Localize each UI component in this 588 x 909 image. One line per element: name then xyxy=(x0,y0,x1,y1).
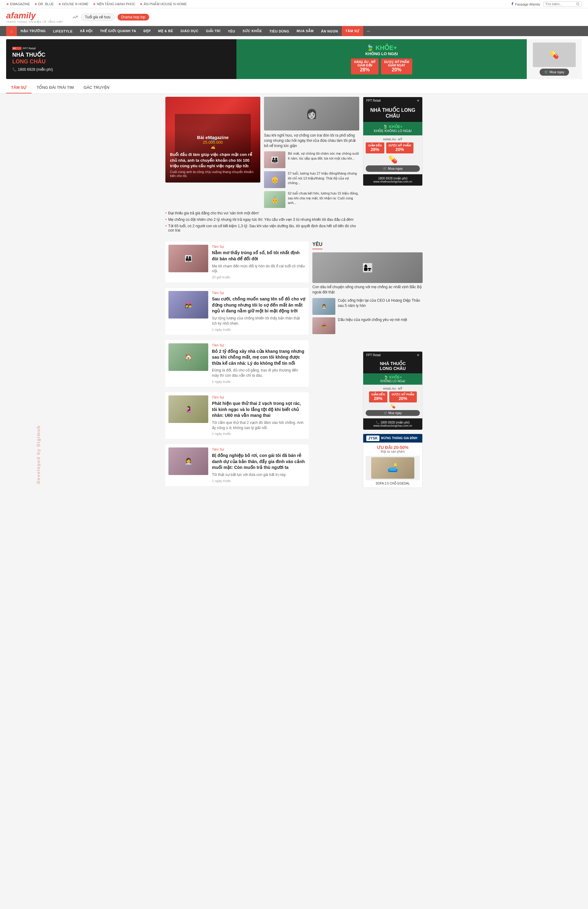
main-content: 👥 Bài eMagazine 25.000.000 ✍ Buổi đầu đi… xyxy=(162,94,426,495)
article-item-3[interactable]: 🤰 Tâm Sự Phát hiện que thử thai 2 vạch t… xyxy=(165,392,309,439)
featured-amount: 25.000.000 xyxy=(170,140,256,145)
yeu-item-1[interactable]: 💑 Dấu hiệu của người chồng yêu vợ mê mệt xyxy=(312,317,423,334)
sub-nav-gac-truyen[interactable]: GÁC TRUYỆN xyxy=(79,82,114,94)
sub-nav-tam-su[interactable]: TÂM SỰ xyxy=(6,82,32,94)
nav-item-the-gioi[interactable]: THẾ GIỚI QUANH TA xyxy=(96,26,140,36)
side-item-2[interactable]: 👵 62 tuổi chưa kết hôn, lương hưu 15 tri… xyxy=(264,191,359,208)
article-title-4: Bị đồng nghiệp bỏ rơi, con gái tôi đã bá… xyxy=(212,453,305,471)
content-left: 👥 Bài eMagazine 25.000.000 ✍ Buổi đầu đi… xyxy=(165,97,359,237)
yeu-main[interactable]: 👩‍👧 Con dâu kể chuyện sống chung với mẹ … xyxy=(312,252,423,295)
jysk-body: ƯU ĐÃI 20-50% Một số sản phẩm 🛋️ SOFA 2.… xyxy=(363,442,422,488)
ad-footer: 1800 6928 (miễn phí) www.nhathuoclongcha… xyxy=(363,174,422,186)
ad-buy-btn[interactable]: 🛒 Mua ngay xyxy=(366,165,420,172)
emagazine-link[interactable]: EMAGAZINE xyxy=(6,2,30,6)
ad-header: FPT Retail ✕ xyxy=(363,97,422,104)
side-main-article[interactable]: 👩 Sau khi nghỉ hưu, vợ chồng con trai đó… xyxy=(264,97,359,148)
nav-item-lifestyle[interactable]: LIFESTYLE xyxy=(49,26,76,36)
banner-pharmacy-name: NHÀ THUỐC LONG CHÂU xyxy=(12,52,230,65)
dr-blue-link[interactable]: DR. BLUE xyxy=(34,2,54,6)
house-n-home-link[interactable]: HOUSE N HOME xyxy=(58,2,89,6)
bullet-item-0[interactable]: Đại thiếu gia trả giá đắng cho thú vui '… xyxy=(165,211,359,215)
ad-fpt-label: FPT Retail xyxy=(366,99,381,102)
nav-item-giai-tri[interactable]: GIẢI TRÍ xyxy=(202,26,224,36)
article-desc-3: Tôi cầm que thử thai 2 vạch đó đăm vào h… xyxy=(212,420,305,431)
ad2-buy-btn[interactable]: 🛒 Mua ngay xyxy=(366,410,420,416)
discount-box-2: DƯỢC MỸ PHẨM GIẢM NGAY 20% xyxy=(381,58,412,74)
trending-pill[interactable]: Tuổi già về hưu xyxy=(81,13,115,21)
featured-article[interactable]: 👥 Bài eMagazine 25.000.000 ✍ Buổi đầu đi… xyxy=(165,97,260,182)
ad2-light: HÀNG ÂU - MỸ GIẢM ĐẾN28% DƯỢC MỸ PHẨM20%… xyxy=(363,385,422,418)
article-item-1[interactable]: 👩‍❤️‍👨 Tâm Sự Sau cưới, chồng muốn sang … xyxy=(165,288,309,334)
article-list: 👨‍👩‍👦 Tâm Sự Nằm mơ thấy trúng xổ số, bố… xyxy=(165,242,309,491)
yeu-main-img: 👩‍👧 xyxy=(312,252,423,283)
nav-item-home[interactable]: ⌂ xyxy=(6,26,17,36)
right-section: YÊU 👩‍👧 Con dâu kể chuyện sống chung với… xyxy=(312,242,423,491)
fanpage-link[interactable]: Fanpage Afamily xyxy=(510,2,540,6)
article-category-2: Tâm Sự xyxy=(212,343,305,347)
side-item-img-1: 👴 xyxy=(264,171,286,188)
yeu-item-text-1: Dấu hiệu của người chồng yêu vợ mê mệt xyxy=(338,317,407,334)
nav-item-yeu[interactable]: YÊU xyxy=(224,26,239,36)
article-category-1: Tâm Sự xyxy=(212,291,305,295)
nav-item-an-ngon[interactable]: ĂN NGON xyxy=(317,26,341,36)
sub-nav-tong-dai[interactable]: TỔNG ĐÀI TRÁI TIM xyxy=(32,82,78,94)
banner-buy-btn[interactable]: 🛒 Mua ngay xyxy=(540,69,569,76)
nav-item-more[interactable]: ··· xyxy=(363,26,374,36)
nav-item-tam-su[interactable]: TÂM SỰ xyxy=(342,26,363,36)
ad2-green: 🍃 KHỎE+ KHÔNG LO NGẠI xyxy=(363,373,422,385)
watermark: Developed by Digimub xyxy=(36,425,41,484)
nav-item-hau-truong[interactable]: HẬU TRƯỜNG xyxy=(17,26,49,36)
article-content-3: Tâm Sự Phát hiện que thử thai 2 vạch tro… xyxy=(212,396,305,436)
ad-close[interactable]: ✕ xyxy=(417,99,419,102)
bullet-item-1[interactable]: Mẹ chồng cú đột nhiên cho 2 tỷ nhưng tôi… xyxy=(165,218,359,222)
jysk-header: JYSK MỪNG THÁNG GIA ĐÌNH xyxy=(363,434,422,442)
yeu-item-img-0: 👩‍💼 xyxy=(312,298,335,315)
an-pham-link[interactable]: ẤN PHẨM HOUSE N HOME xyxy=(140,2,187,6)
nav-item-giao-duc[interactable]: GIÁO DỤC xyxy=(177,26,202,36)
nav-item-xa-hoi[interactable]: XÃ HỘI xyxy=(76,26,96,36)
logo[interactable]: afamily TRANG THÔNG TIN ĐIỆN TỬ TỔNG HỢP xyxy=(6,11,63,23)
bullet-item-2[interactable]: Tới 65 tuổi, có 2 người con và số tiết k… xyxy=(165,224,359,232)
article-item-2[interactable]: 🏠 Tâm Sự Bỏ 2 tỷ đồng xây nhà cửa khang … xyxy=(165,340,309,387)
article-category-4: Tâm Sự xyxy=(212,447,305,451)
nen-tang-link[interactable]: NỀN TẢNG HẠNH PHÚC xyxy=(93,2,136,6)
article-desc-0: Mẹ tôi chạm đến mức đổi lý hôn do đã ổ c… xyxy=(212,264,305,274)
nav-item-mua-sam[interactable]: MUA SẮM xyxy=(293,26,318,36)
ad-khong-lo-label: KHỎE KHÔNG LO NGẠI xyxy=(366,129,420,133)
ad2-close[interactable]: ✕ xyxy=(417,354,419,357)
search-icon[interactable] xyxy=(576,2,580,6)
ad2-fpt: FPT Retail xyxy=(366,354,381,357)
article-title-0: Nằm mơ thấy trúng xổ số, bố tôi nhất địn… xyxy=(212,250,305,262)
header: afamily TRANG THÔNG TIN ĐIỆN TỬ TỔNG HỢP… xyxy=(0,8,588,26)
yeu-item-0[interactable]: 👩‍💼 Cuộc sống hiện tại của CEO Lê Hoàng … xyxy=(312,298,423,315)
article-time-1: 1 ngày trước xyxy=(212,328,305,332)
fpt-retail-label: FPT Retail xyxy=(23,47,36,50)
drama-tag[interactable]: Drama hop lop xyxy=(118,14,149,21)
ad2-discount-row: GIẢM ĐẾN28% DƯỢC MỸ PHẨM20% xyxy=(366,391,420,402)
banner-khoe: 🍃 KHỎE+ xyxy=(366,44,397,52)
jysk-promo: ƯU ĐÃI 20-50% xyxy=(366,445,420,450)
nav-item-tieu-dung[interactable]: TIÊU DÙNG xyxy=(266,26,293,36)
logo-text: afamily xyxy=(6,11,36,21)
ad-box-longchau: FPT Retail ✕ NHÀ THUỐC LONG CHÂU 🍃 KHỎE+… xyxy=(363,97,423,186)
nav-item-dep[interactable]: ĐẸP xyxy=(140,26,155,36)
article-item-0[interactable]: 👨‍👩‍👦 Tâm Sự Nằm mơ thấy trúng xổ số, bố… xyxy=(165,242,309,283)
article-img-1: 👩‍❤️‍👨 xyxy=(168,291,208,318)
side-main-img: 👩 xyxy=(264,97,359,131)
article-time-2: 1 ngày trước xyxy=(212,380,305,384)
side-item-1[interactable]: 👴 57 tuổi, lương hưu 27 triệu đồng/tháng… xyxy=(264,171,359,188)
banner-left: FPT FPT Retail NHÀ THUỐC LONG CHÂU 📞 180… xyxy=(6,39,236,79)
nav-item-suc-khoe[interactable]: SỨC KHỎE xyxy=(239,26,266,36)
article-img-3: 🤰 xyxy=(168,396,208,423)
side-item-0[interactable]: 👨‍👩‍👧 Bố mất, vợ chồng tôi chăm sóc mẹ c… xyxy=(264,151,359,168)
ad-pharmacy-title: NHÀ THUỐC LONG CHÂU xyxy=(366,107,419,119)
article-title-3: Phát hiện que thử thai 2 vạch trong sọt … xyxy=(212,400,305,419)
article-content-1: Tâm Sự Sau cưới, chồng muốn sang tên sổ … xyxy=(212,291,305,331)
featured-label: Bài eMagazine xyxy=(170,135,256,140)
banner-center: 🍃 KHỎE+ KHÔNG LO NGẠI HÀNG ÂU - MỸ GIẢM … xyxy=(236,39,527,79)
nav-item-me-be[interactable]: MẸ & BÉ xyxy=(154,26,177,36)
article-item-4[interactable]: 👩‍💼 Tâm Sự Bị đồng nghiệp bỏ rơi, con gá… xyxy=(165,444,309,486)
search-input[interactable] xyxy=(546,2,576,6)
side-item-text-1: 57 tuổi, lương hưu 27 triệu đồng/tháng n… xyxy=(288,171,359,188)
banner-phone: 📞 1800 6928 (miễn phí) xyxy=(12,67,230,72)
